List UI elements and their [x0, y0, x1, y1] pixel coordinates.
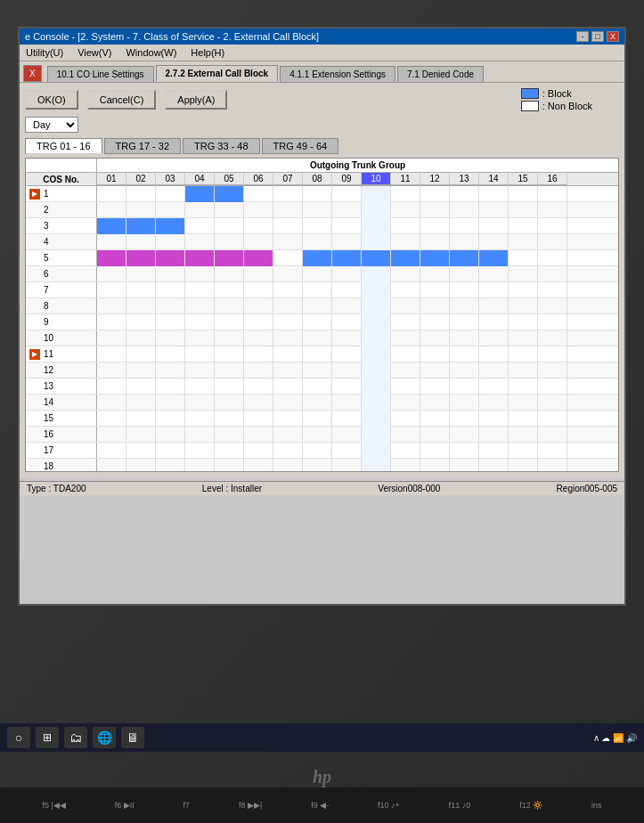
grid-cell[interactable] [303, 218, 332, 234]
grid-cell[interactable] [509, 266, 538, 282]
grid-cell[interactable] [215, 298, 244, 314]
grid-cell[interactable] [303, 234, 332, 250]
grid-cell[interactable] [244, 218, 273, 234]
grid-cell[interactable] [362, 282, 391, 298]
grid-cell[interactable] [244, 443, 273, 459]
grid-cell[interactable] [244, 363, 273, 379]
grid-cell[interactable] [185, 427, 215, 443]
grid-cell[interactable] [185, 266, 215, 282]
grid-cell[interactable] [479, 427, 509, 443]
grid-cell[interactable] [420, 202, 450, 218]
grid-cell[interactable] [97, 298, 126, 314]
grid-cell[interactable] [538, 411, 567, 427]
grid-cell[interactable] [332, 459, 362, 471]
grid-cell[interactable] [303, 411, 332, 427]
apply-button[interactable]: Apply(A) [165, 90, 227, 110]
grid-cell[interactable] [97, 363, 126, 379]
grid-cell[interactable] [450, 443, 479, 459]
grid-cell[interactable] [538, 250, 567, 266]
cancel-button[interactable]: Cancel(C) [87, 90, 157, 110]
grid-cell[interactable] [509, 234, 538, 250]
grid-cell[interactable] [450, 234, 479, 250]
grid-cell[interactable] [479, 314, 509, 330]
tab-denied-code[interactable]: 7.1 Denied Code [397, 66, 484, 82]
grid-cell[interactable] [156, 202, 185, 218]
grid-cell[interactable] [215, 443, 244, 459]
grid-cell[interactable] [156, 330, 185, 346]
grid-cell[interactable] [332, 363, 362, 379]
grid-cell[interactable] [97, 411, 126, 427]
grid-cell[interactable] [391, 218, 420, 234]
grid-cell[interactable] [538, 202, 567, 218]
grid-cell[interactable] [362, 427, 391, 443]
grid-cell[interactable] [215, 395, 244, 411]
grid-cell[interactable] [126, 411, 156, 427]
grid-cell[interactable] [215, 186, 244, 202]
grid-cell[interactable] [509, 363, 538, 379]
grid-cell[interactable] [215, 427, 244, 443]
grid-cell[interactable] [273, 427, 303, 443]
grid-cell[interactable] [332, 218, 362, 234]
grid-cell[interactable] [332, 250, 362, 266]
grid-cell[interactable] [332, 411, 362, 427]
grid-cell[interactable] [509, 379, 538, 395]
grid-cell[interactable] [391, 234, 420, 250]
grid-cell[interactable] [332, 330, 362, 346]
grid-cell[interactable] [215, 459, 244, 471]
grid-cell[interactable] [215, 346, 244, 363]
grid-cell[interactable] [185, 298, 215, 314]
grid-cell[interactable] [509, 218, 538, 234]
grid-cell[interactable] [362, 250, 391, 266]
grid-cell[interactable] [450, 379, 479, 395]
grid-cell[interactable] [156, 411, 185, 427]
tab-co-line[interactable]: 10.1 CO Line Settings [47, 66, 154, 82]
grid-cell[interactable] [215, 282, 244, 298]
grid-cell[interactable] [273, 411, 303, 427]
grid-cell[interactable] [273, 218, 303, 234]
menu-window[interactable]: Window(W) [123, 46, 179, 59]
grid-cell[interactable] [362, 298, 391, 314]
grid-cell[interactable] [97, 443, 126, 459]
grid-cell[interactable] [97, 330, 126, 346]
grid-cell[interactable] [509, 282, 538, 298]
grid-cell[interactable] [479, 411, 509, 427]
grid-cell[interactable] [244, 395, 273, 411]
grid-cell[interactable] [185, 314, 215, 330]
grid-cell[interactable] [538, 218, 567, 234]
grid-cell[interactable] [303, 314, 332, 330]
grid-cell[interactable] [185, 186, 215, 202]
grid-cell[interactable] [126, 443, 156, 459]
grid-cell[interactable] [362, 411, 391, 427]
grid-cell[interactable] [450, 459, 479, 471]
grid-cell[interactable] [303, 363, 332, 379]
grid-cell[interactable] [479, 379, 509, 395]
grid-cell[interactable] [97, 234, 126, 250]
grid-cell[interactable] [303, 186, 332, 202]
menu-utility[interactable]: Utility(U) [23, 46, 66, 59]
grid-cell[interactable] [185, 411, 215, 427]
grid-cell[interactable] [509, 298, 538, 314]
grid-cell[interactable] [450, 266, 479, 282]
grid-cell[interactable] [185, 459, 215, 471]
trg-tab-17-32[interactable]: TRG 17 - 32 [104, 138, 182, 154]
grid-cell[interactable] [126, 395, 156, 411]
grid-cell[interactable] [420, 395, 450, 411]
grid-cell[interactable] [126, 330, 156, 346]
grid-cell[interactable] [420, 411, 450, 427]
grid-cell[interactable] [450, 298, 479, 314]
grid-cell[interactable] [126, 314, 156, 330]
grid-cell[interactable] [362, 459, 391, 471]
grid-cell[interactable] [215, 330, 244, 346]
grid-cell[interactable] [185, 218, 215, 234]
grid-cell[interactable] [244, 250, 273, 266]
grid-cell[interactable] [391, 202, 420, 218]
grid-cell[interactable] [185, 250, 215, 266]
grid-cell[interactable] [420, 379, 450, 395]
grid-cell[interactable] [332, 379, 362, 395]
grid-cell[interactable] [479, 202, 509, 218]
grid-cell[interactable] [479, 363, 509, 379]
grid-cell[interactable] [479, 459, 509, 471]
grid-cell[interactable] [126, 427, 156, 443]
grid-cell[interactable] [273, 282, 303, 298]
grid-cell[interactable] [391, 330, 420, 346]
